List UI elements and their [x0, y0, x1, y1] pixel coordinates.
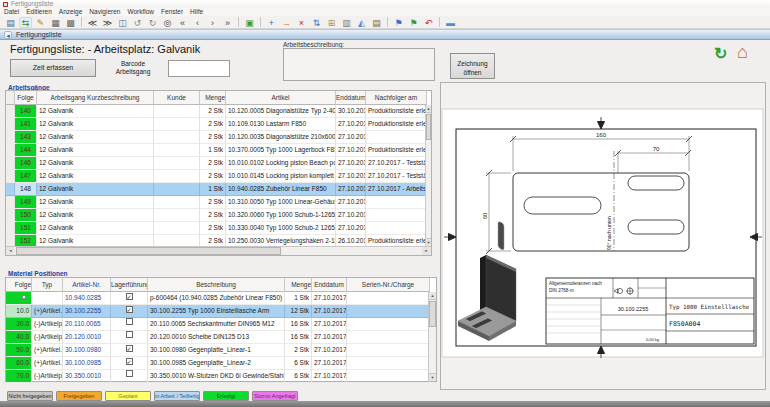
material-vscrollbar[interactable]: ▲ ▼: [428, 292, 436, 381]
column-header-folge[interactable]: Folge: [15, 91, 37, 105]
scroll-left-icon[interactable]: ◄: [6, 247, 15, 255]
arbeitsbeschreibung-textarea[interactable]: [283, 48, 435, 81]
arbeitsgang-row[interactable]: 14312 Galvanik2 Stk10.120.0035 Diagonals…: [6, 131, 431, 144]
column-header-serien-nr[interactable]: Serien-Nr./Charge: [347, 278, 430, 292]
collapse-icon[interactable]: ◂: [4, 31, 12, 39]
legend-button-1[interactable]: Freigegeben: [56, 391, 102, 401]
column-header-enddatum[interactable]: Enddatum: [312, 278, 347, 292]
column-header-kurzbeschreibung[interactable]: Arbeitsgang Kurzbeschreibung: [37, 91, 154, 105]
grid-view-icon[interactable]: ▩: [64, 17, 77, 28]
checkbox-checked-icon[interactable]: ✓: [126, 358, 133, 365]
legend-button-2[interactable]: Geplant: [105, 391, 151, 401]
menu-navigieren[interactable]: Navigieren: [89, 8, 120, 16]
legend-button-5[interactable]: Storno Angefragt: [252, 391, 298, 401]
forward-icon[interactable]: →: [280, 17, 293, 28]
first-page-icon[interactable]: ≪: [86, 17, 99, 28]
refresh-button[interactable]: ↻: [714, 44, 727, 63]
arbeitsgang-row[interactable]: 14412 Galvanik1 Stk10.370.0005 Typ 1000 …: [6, 144, 431, 157]
material-row[interactable]: 40.0(-)Artikelp...20.120.001020.120.0010…: [6, 331, 436, 344]
print-icon[interactable]: ▤: [4, 17, 17, 28]
column-header-typ[interactable]: Typ: [32, 278, 63, 292]
menu-fenster[interactable]: Fenster: [161, 8, 183, 16]
list-icon[interactable]: ▤: [370, 17, 383, 28]
legend-button-4[interactable]: Erledigt: [203, 391, 249, 401]
arbeitsgang-row[interactable]: 14112 Galvanik2 Stk10.109.0130 Lastarm F…: [6, 118, 431, 131]
revert-icon[interactable]: ↶: [422, 17, 435, 28]
nav-last-icon[interactable]: »: [221, 17, 234, 28]
scroll-down-icon[interactable]: ▼: [426, 238, 431, 246]
checkbox-unchecked-icon[interactable]: [126, 331, 133, 338]
image-icon[interactable]: ▣: [243, 17, 256, 28]
save-icon[interactable]: ◫: [116, 17, 129, 28]
redo-icon[interactable]: ↻: [146, 17, 159, 28]
sort-icon[interactable]: ⇅: [310, 17, 323, 28]
column-header-artikel[interactable]: Artikel: [226, 91, 336, 105]
last-page-icon[interactable]: ≫: [101, 17, 114, 28]
menu-hilfe[interactable]: Hilfe: [190, 8, 203, 16]
arbeitsgang-row[interactable]: 15012 Galvanik2 Stk10.320.0060 Typ 1000 …: [6, 209, 431, 222]
arbeitsgaenge-hscrollbar[interactable]: ◄ ►: [6, 246, 431, 255]
checkbox-checked-icon[interactable]: ✓: [126, 306, 133, 313]
arbeitsgaenge-vscrollbar[interactable]: ▲ ▼: [425, 105, 431, 246]
refresh-view-icon[interactable]: ⇆: [19, 17, 32, 28]
menu-workflow[interactable]: Workflow: [127, 8, 154, 16]
menu-editieren[interactable]: Editieren: [26, 8, 52, 16]
checkbox-unchecked-icon[interactable]: [126, 318, 133, 325]
nav-first-icon[interactable]: «: [176, 17, 189, 28]
delete-icon[interactable]: ×: [295, 17, 308, 28]
flag-blue-icon[interactable]: ⚑: [392, 17, 405, 28]
edit-icon[interactable]: ✎: [34, 17, 47, 28]
arbeitsgang-row[interactable]: 14912 Galvanik2 Stk10.310.0050 Typ 1000 …: [6, 196, 431, 209]
window-icon[interactable]: ▥: [340, 17, 353, 28]
menu-anzeige[interactable]: Anzeige: [59, 8, 83, 16]
zeit-erfassen-button[interactable]: Zeit erfassen: [10, 59, 96, 77]
column-header-enddatum[interactable]: Enddatum: [336, 91, 366, 105]
column-header-menge[interactable]: Menge: [285, 278, 312, 292]
barcode-input[interactable]: [168, 60, 230, 77]
legend-button-3[interactable]: in Arbeit / Teilfertig: [154, 391, 200, 401]
nav-next-icon[interactable]: ›: [206, 17, 219, 28]
menu-datei[interactable]: Datei: [4, 8, 19, 16]
home-button[interactable]: ⌂: [737, 42, 748, 63]
checkbox-checked-icon[interactable]: ✓: [126, 345, 133, 352]
material-row[interactable]: 50.0(+)Artikel...30.100.0980✓30.100.0980…: [6, 344, 436, 357]
column-header-beschreibung[interactable]: Beschreibung: [148, 278, 285, 292]
table-view-icon[interactable]: ▦: [49, 17, 62, 28]
material-row[interactable]: 60.0(+)Artikel...30.100.0985✓30.100.0985…: [6, 357, 436, 370]
scroll-up-icon[interactable]: ▲: [426, 105, 431, 113]
copy-icon[interactable]: ⊞: [325, 17, 338, 28]
nav-prev-icon[interactable]: ‹: [191, 17, 204, 28]
checkbox-checked-icon[interactable]: ✓: [126, 293, 133, 300]
column-header-folge[interactable]: Folge: [6, 278, 32, 292]
vscroll-thumb[interactable]: [429, 301, 436, 327]
column-header-artikel-nr[interactable]: Artikel-Nr.: [63, 278, 111, 292]
scroll-up-icon[interactable]: ▲: [429, 292, 436, 300]
material-row[interactable]: 10.940.0285✓p-600464 (10.940.0285 Zubehö…: [6, 292, 436, 305]
add-icon[interactable]: +: [265, 17, 278, 28]
arbeitsgang-row[interactable]: 15112 Galvanik2 Stk10.330.0040 Typ 1000 …: [6, 222, 431, 235]
column-header-nachfolger[interactable]: Nachfolger am: [366, 91, 427, 105]
drawing-viewer-panel[interactable]: 90° nach unten 160 70: [440, 82, 766, 390]
material-row[interactable]: 70.0(-)Artikelp...30.350.001030.350.0010…: [6, 370, 436, 383]
flag-green-icon[interactable]: ⚑: [407, 17, 420, 28]
material-row[interactable]: 30.0(-)Artikelp...20.110.006520.110.0065…: [6, 318, 436, 331]
arbeitsgang-row[interactable]: 14812 Galvanik1 Stk10.940.0285 Zubehör L…: [6, 183, 431, 196]
scroll-right-icon[interactable]: ►: [422, 247, 431, 255]
column-header-lagerfuehrung[interactable]: Lagerführung: [111, 278, 148, 292]
tab-fertigungsliste[interactable]: Fertigungsliste: [16, 31, 62, 38]
zeichnung-oeffnen-button[interactable]: Zeichnung öffnen: [450, 53, 495, 79]
legend-button-0[interactable]: Nicht freigegeben: [7, 391, 53, 401]
arbeitsgang-row[interactable]: 14712 Galvanik2 Stk10.010.0145 Locking p…: [6, 170, 431, 183]
arbeitsgang-row[interactable]: 14012 Galvanik2 Stk10.120.0005 Diagonals…: [6, 105, 431, 118]
material-row[interactable]: 10.0(+)Artikel...30.100.2255✓30.100.2255…: [6, 305, 436, 318]
chart-icon[interactable]: ◭: [355, 17, 368, 28]
checkbox-unchecked-icon[interactable]: [126, 370, 133, 377]
vscroll-thumb[interactable]: [426, 114, 431, 140]
column-header-menge[interactable]: Menge: [200, 91, 226, 105]
more-icon[interactable]: ▬: [444, 17, 457, 28]
scroll-down-icon[interactable]: ▼: [429, 373, 436, 381]
hscroll-thumb[interactable]: [16, 247, 281, 255]
undo-icon[interactable]: ↺: [131, 17, 144, 28]
arbeitsgang-row[interactable]: 14612 Galvanik2 Stk10.010.0102 Locking p…: [6, 157, 431, 170]
column-header-kunde[interactable]: Kunde: [154, 91, 200, 105]
